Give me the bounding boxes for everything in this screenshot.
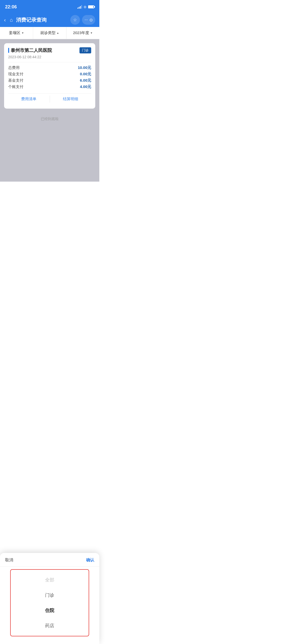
fee-personal-amount: 4.00元 <box>80 84 91 89</box>
fee-row-fund: 基金支付 6.00元 <box>8 78 91 83</box>
visit-datetime: 2023-06-12 08:44:22 <box>8 55 91 59</box>
signal-icon <box>77 5 82 9</box>
card-header: 泰州市第二人民医院 门诊 <box>8 47 91 53</box>
fee-cash-label: 现金支付 <box>8 72 23 77</box>
filter-region[interactable]: 姜堰区 ▼ <box>0 27 33 39</box>
record-icon: ⊙ <box>89 18 93 22</box>
filter-bar: 姜堰区 ▼ 就诊类型 ▲ 2023年度 ▼ <box>0 27 99 39</box>
status-bar: 22:06 ⊜ <box>0 0 99 13</box>
nav-actions: ☆ ··· ⊙ <box>70 15 95 25</box>
visit-type-badge: 门诊 <box>79 47 91 53</box>
more-icon: ··· <box>85 18 88 22</box>
more-button[interactable]: ··· ⊙ <box>82 15 95 25</box>
main-content: 泰州市第二人民医院 门诊 2023-06-12 08:44:22 总费用 10.… <box>0 39 99 182</box>
fee-row-total: 总费用 10.00元 <box>8 65 91 70</box>
fee-row-cash: 现金支付 0.00元 <box>8 72 91 77</box>
card-divider <box>8 62 91 62</box>
settlement-detail-button[interactable]: 结算明细 <box>50 94 91 105</box>
type-arrow-icon: ▲ <box>57 32 59 34</box>
card-footer: 费用清单 结算明细 <box>8 93 91 105</box>
fee-personal-label: 个账支付 <box>8 84 23 89</box>
fee-fund-label: 基金支付 <box>8 78 23 83</box>
filter-type-label: 就诊类型 <box>40 31 56 35</box>
year-arrow-icon: ▼ <box>90 32 93 34</box>
back-button[interactable]: ‹ <box>4 16 8 24</box>
bottom-reached-text: 已经到底啦 <box>4 112 95 126</box>
fee-list-button[interactable]: 费用清单 <box>8 94 50 105</box>
fee-cash-amount: 0.00元 <box>80 72 91 77</box>
status-icons: ⊜ <box>77 5 94 9</box>
fee-fund-amount: 6.00元 <box>80 78 91 83</box>
fee-row-personal: 个账支付 4.00元 <box>8 84 91 89</box>
hospital-name: 泰州市第二人民医院 <box>8 47 52 53</box>
fee-total-label: 总费用 <box>8 65 20 70</box>
page-title: 消费记录查询 <box>16 17 68 23</box>
star-button[interactable]: ☆ <box>70 15 80 25</box>
filter-type[interactable]: 就诊类型 ▲ <box>33 27 66 39</box>
record-card: 泰州市第二人民医院 门诊 2023-06-12 08:44:22 总费用 10.… <box>4 43 95 109</box>
home-button[interactable]: ⌂ <box>10 17 13 23</box>
filter-year-label: 2023年度 <box>73 31 89 35</box>
fee-total-amount: 10.00元 <box>78 65 91 70</box>
status-time: 22:06 <box>5 4 17 10</box>
star-icon: ☆ <box>73 17 77 23</box>
filter-region-label: 姜堰区 <box>9 31 20 35</box>
nav-bar: ‹ ⌂ 消费记录查询 ☆ ··· ⊙ <box>0 13 99 27</box>
region-arrow-icon: ▼ <box>21 32 24 34</box>
battery-icon <box>88 5 94 8</box>
filter-year[interactable]: 2023年度 ▼ <box>66 27 99 39</box>
wifi-icon: ⊜ <box>84 5 87 9</box>
